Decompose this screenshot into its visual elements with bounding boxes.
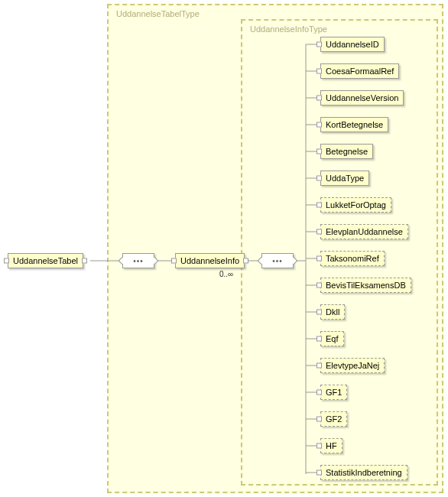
node-label: UddannelseTabel [13,256,78,265]
node-label: UddaType [326,174,364,183]
node-label: CoesaFormaalRef [326,67,394,76]
element-statistikindberetning: StatistikIndberetning [320,465,407,480]
element-uddannelseversion: UddannelseVersion [320,90,404,106]
element-elevtypejanej: ElevtypeJaNej [320,358,385,373]
sequence-icon: ••• [272,257,283,265]
element-gf2: GF2 [320,411,347,427]
element-uddannelseid: UddannelseID [320,37,385,52]
type-box-outer-label: UddannelseTabelType [116,9,200,18]
element-coesaformaalref: CoesaFormaalRef [320,63,399,79]
element-betegnelse: Betegnelse [320,144,373,159]
node-label: GF2 [326,414,342,424]
element-bevistileksamensdb: BevisTilEksamensDB [320,278,411,293]
node-label: ElevtypeJaNej [326,361,379,370]
node-label: StatistikIndberetning [326,468,402,477]
node-label: LukketForOptag [326,200,386,210]
element-elevplanuddannelse: ElevplanUddannelse [320,224,408,239]
sequence-connector-1: ••• [122,253,154,268]
node-label: KortBetegnelse [326,120,383,129]
cardinality-label: 0..∞ [219,270,233,278]
node-label: ElevplanUddannelse [326,227,403,236]
node-label: HF [326,441,337,450]
node-label: TaksonomiRef [326,254,379,263]
node-label: UddannelseInfo [180,256,239,265]
node-label: GF1 [326,388,342,397]
element-gf1: GF1 [320,385,347,400]
element-uddannelsetabel: UddannelseTabel [8,253,83,268]
sequence-icon: ••• [133,257,144,265]
node-label: BevisTilEksamensDB [326,281,406,290]
element-kortbetegnelse: KortBetegnelse [320,117,388,132]
node-label: Eqf [326,334,339,343]
node-label: UddannelseVersion [326,93,398,102]
element-dkll: Dkll [320,304,345,320]
element-uddatype: UddaType [320,171,369,186]
type-box-inner-label: UddannelseInfoType [250,24,327,34]
element-hf: HF [320,438,342,453]
element-uddannelseinfo: UddannelseInfo [175,253,245,268]
element-eqf: Eqf [320,331,344,346]
node-label: Dkll [326,307,339,317]
element-lukketforoptag: LukketForOptag [320,197,391,213]
element-taksonomiref: TaksonomiRef [320,251,385,266]
node-label: Betegnelse [326,147,368,156]
sequence-connector-2: ••• [261,253,294,268]
node-label: UddannelseID [326,40,379,49]
